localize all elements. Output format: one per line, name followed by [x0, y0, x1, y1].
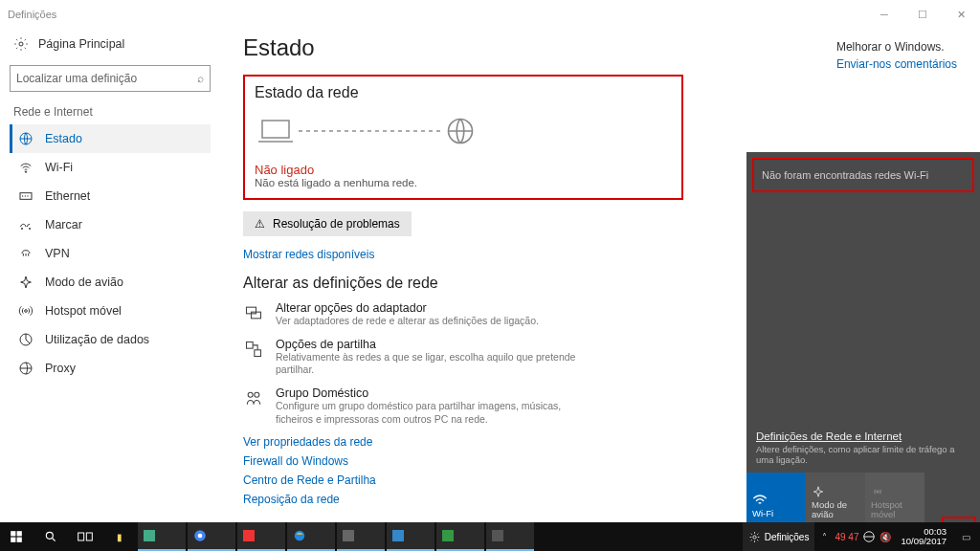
- taskview-button[interactable]: [69, 522, 101, 551]
- sidebar-item-vpn[interactable]: VPN: [10, 239, 211, 268]
- action-center-button[interactable]: ▭: [956, 532, 976, 542]
- home-link[interactable]: Página Principal: [10, 29, 211, 59]
- task-2[interactable]: [237, 522, 285, 551]
- svg-rect-21: [11, 538, 15, 542]
- titlebar: Definições ─ ☐ ✕: [0, 0, 980, 29]
- sidebar-item-data-usage[interactable]: Utilização de dados: [10, 325, 211, 354]
- sidebar-item-ethernet[interactable]: Ethernet: [10, 182, 211, 210]
- task-chrome[interactable]: [188, 522, 235, 551]
- homegroup-icon: [243, 386, 264, 426]
- globe-icon: [446, 117, 475, 145]
- network-status-heading: Estado da rede: [255, 84, 672, 101]
- network-status-highlight: Estado da rede Não ligado Não está ligad…: [243, 75, 683, 200]
- app-icon: [243, 530, 255, 541]
- app-icon: [392, 530, 404, 541]
- airplane-tile[interactable]: Modo de avião: [806, 473, 865, 522]
- temps: 49 47: [835, 532, 858, 542]
- svg-point-6: [25, 310, 28, 313]
- sidebar-item-wifi[interactable]: Wi-Fi: [10, 153, 211, 182]
- hotspot-icon: [18, 303, 33, 319]
- svg-point-29: [753, 535, 756, 538]
- explorer-button[interactable]: ▮: [103, 522, 136, 551]
- improve-label: Melhorar o Windows.: [836, 40, 957, 54]
- wifi-flyout: Não foram encontradas redes Wi-Fi Defini…: [746, 152, 980, 522]
- dashed-line-icon: [299, 128, 442, 134]
- ethernet-icon: [18, 188, 33, 204]
- search-placeholder: Localizar uma definição: [16, 72, 137, 85]
- svg-rect-9: [262, 121, 289, 138]
- not-connected-label: Não ligado: [255, 163, 672, 177]
- sidebar-item-airplane[interactable]: Modo de avião: [10, 268, 211, 297]
- data-icon: [18, 332, 33, 347]
- no-wifi-label: Não foram encontradas redes Wi-Fi: [762, 169, 928, 181]
- no-wifi-highlight: Não foram encontradas redes Wi-Fi: [752, 158, 974, 192]
- globe-icon: [18, 131, 33, 146]
- proxy-icon: [18, 361, 33, 376]
- search-button[interactable]: [34, 522, 67, 551]
- clock[interactable]: 00:03 10/09/2017: [895, 527, 952, 547]
- wifi-icon: [752, 495, 768, 506]
- search-input[interactable]: Localizar uma definição ⌕: [10, 65, 211, 92]
- tray-chevron[interactable]: ˄: [818, 532, 831, 542]
- category-label: Rede e Internet: [13, 105, 207, 119]
- quick-tiles: Wi-Fi Modo de avião Hotspot móvel: [746, 473, 980, 522]
- network-settings-link[interactable]: Definições de Rede e Internet: [746, 430, 980, 442]
- app-icon: [442, 530, 454, 541]
- tray-network-icon[interactable]: [862, 530, 876, 543]
- svg-rect-14: [247, 342, 254, 348]
- sidebar: Página Principal Localizar uma definição…: [0, 29, 220, 522]
- svg-rect-25: [86, 533, 92, 540]
- chrome-icon: [193, 529, 207, 542]
- start-button[interactable]: [0, 522, 33, 551]
- gear-icon: [748, 531, 761, 543]
- wifi-tile[interactable]: Wi-Fi: [746, 473, 806, 522]
- home-label: Página Principal: [38, 37, 124, 51]
- svg-point-17: [255, 392, 259, 397]
- feedback-panel: Melhorar o Windows. Enviar-nos comentári…: [836, 40, 957, 71]
- task-6[interactable]: [486, 522, 534, 551]
- task-3[interactable]: [337, 522, 385, 551]
- sidebar-item-hotspot[interactable]: Hotspot móvel: [10, 297, 211, 325]
- search-icon: ⌕: [197, 72, 204, 85]
- svg-rect-20: [17, 531, 22, 536]
- svg-rect-3: [20, 193, 32, 200]
- network-diagram: [255, 111, 672, 157]
- svg-point-27: [198, 534, 203, 539]
- svg-point-2: [25, 171, 26, 172]
- network-settings-sub: Altere definições, como aplicar limite d…: [746, 442, 980, 473]
- ie-icon: [293, 529, 306, 542]
- window-title: Definições: [8, 9, 56, 20]
- svg-rect-19: [11, 531, 15, 536]
- sidebar-item-proxy[interactable]: Proxy: [10, 354, 211, 383]
- svg-point-5: [29, 228, 30, 229]
- hotspot-tile[interactable]: Hotspot móvel: [865, 473, 924, 522]
- sidebar-item-marcar[interactable]: Marcar: [10, 210, 211, 239]
- task-ie[interactable]: [287, 522, 335, 551]
- troubleshoot-button[interactable]: ⚠ Resolução de problemas: [243, 211, 412, 236]
- airplane-icon: [812, 485, 825, 498]
- close-button[interactable]: ✕: [942, 0, 980, 29]
- maximize-button[interactable]: ☐: [903, 0, 942, 29]
- svg-point-4: [21, 228, 22, 229]
- task-1[interactable]: [138, 522, 186, 551]
- vpn-icon: [18, 246, 33, 261]
- svg-rect-15: [255, 349, 261, 356]
- svg-point-16: [248, 392, 253, 397]
- task-5[interactable]: [436, 522, 484, 551]
- svg-point-23: [46, 532, 53, 539]
- gear-icon: [13, 36, 29, 52]
- tray-volume-icon[interactable]: 🔇: [880, 532, 891, 542]
- svg-rect-22: [17, 538, 22, 542]
- airplane-icon: [18, 275, 33, 290]
- feedback-link[interactable]: Enviar-nos comentários: [836, 57, 957, 71]
- warning-icon: ⚠: [255, 217, 265, 231]
- task-4[interactable]: [387, 522, 434, 551]
- wifi-icon: [18, 160, 33, 175]
- not-connected-sub: Não está ligado a nenhuma rede.: [255, 177, 672, 188]
- hotspot-icon: [871, 485, 884, 498]
- app-icon: [343, 530, 354, 541]
- minimize-button[interactable]: ─: [865, 0, 903, 29]
- settings-taskbar-button[interactable]: Definições: [743, 522, 815, 551]
- sharing-icon: [243, 338, 264, 377]
- sidebar-item-estado[interactable]: Estado: [10, 124, 211, 153]
